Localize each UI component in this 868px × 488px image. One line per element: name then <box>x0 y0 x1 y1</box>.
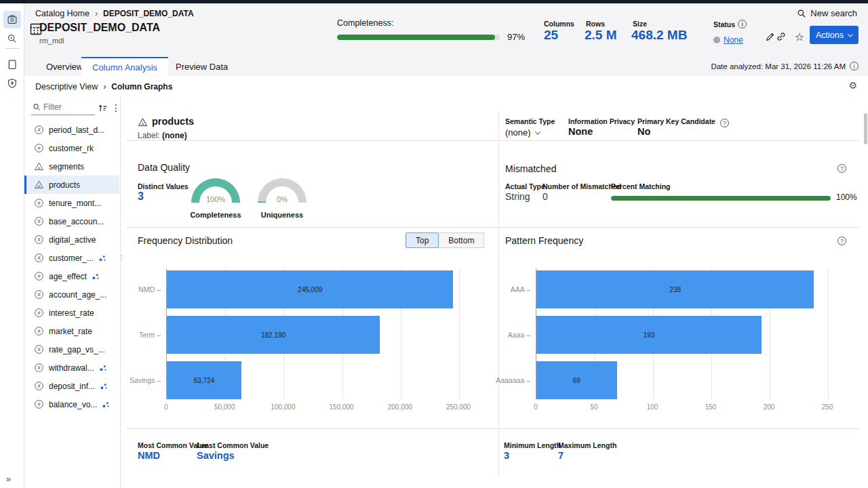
date-analyzed: Date analyzed: Mar 31, 2026 11:26 AMi <box>711 62 859 70</box>
x-axis-tick-label: 100,000 <box>271 403 295 411</box>
column-list-item-label: deposit_inf... <box>49 382 95 391</box>
semantic-type-label: Semantic Type <box>505 117 555 125</box>
breadcrumb-separator: › <box>95 9 98 18</box>
expand-rail-button[interactable]: » <box>6 474 11 484</box>
sort-icon[interactable] <box>96 102 108 114</box>
pattern-frequency-info-icon[interactable]: ? <box>837 237 846 245</box>
svg-text:#: # <box>37 218 41 224</box>
insight-sparkle-icon <box>99 364 107 372</box>
bar-NMD[interactable]: 245,009 <box>167 270 453 308</box>
tab-preview-data[interactable]: Preview Data <box>165 57 239 76</box>
x-axis-tick-label: 250,000 <box>446 403 471 411</box>
category-label: Savings – <box>130 376 161 384</box>
status-value-link[interactable]: None <box>724 35 743 45</box>
svg-text:#: # <box>37 346 41 352</box>
x-axis-tick-label: 0 <box>164 403 168 411</box>
divider <box>126 428 860 429</box>
new-search-button[interactable]: New search <box>797 8 857 18</box>
actions-button[interactable]: Actions <box>810 26 859 44</box>
percent-matching-value: 100% <box>836 192 857 202</box>
discover-search-icon[interactable] <box>3 30 21 47</box>
column-list-item[interactable]: #customer_rk <box>24 139 119 157</box>
link-icon[interactable] <box>775 30 787 43</box>
bar-Aaaaaaa[interactable]: 69 <box>536 361 617 399</box>
column-list-item[interactable]: #base_accoun... <box>24 212 119 230</box>
tab-bar: Overview Column Analysis Preview Data Da… <box>24 57 868 76</box>
date-info-icon[interactable]: i <box>850 62 859 70</box>
bar-row: Term –182,190 <box>167 316 459 354</box>
column-list-item[interactable]: #withdrawal... <box>24 359 119 377</box>
bar-row: NMD –245,009 <box>167 270 459 308</box>
bar-row: Aaaaaaa –69 <box>536 361 828 399</box>
numeric-type-icon: # <box>34 143 44 153</box>
column-list-item[interactable]: #digital_active <box>24 230 119 249</box>
status-dot-icon <box>713 37 720 43</box>
toggle-bottom-button[interactable]: Bottom <box>439 232 484 248</box>
column-list-item-label: period_last_d... <box>49 125 104 135</box>
column-list-item[interactable]: Asegments <box>24 157 119 176</box>
chevron-down-icon <box>848 31 853 37</box>
column-list-item-label: products <box>49 180 80 190</box>
rail-divider <box>5 48 19 49</box>
breadcrumb-catalog-home[interactable]: Catalog Home <box>35 9 90 18</box>
column-list-item[interactable]: #age_effect <box>24 267 119 285</box>
notebook-icon[interactable] <box>3 56 21 73</box>
column-meta-info-icon[interactable]: ? <box>720 119 729 127</box>
column-list-item[interactable]: #customer_... <box>24 249 119 267</box>
uniqueness-gauge: 0% <box>258 178 307 203</box>
svg-text:#: # <box>37 365 41 371</box>
view-breadcrumb-separator: › <box>103 82 106 92</box>
filter-input[interactable] <box>43 102 92 112</box>
shield-lock-icon[interactable] <box>3 75 21 92</box>
semantic-type-select[interactable]: (none) <box>505 127 540 138</box>
search-icon <box>797 9 806 18</box>
column-label-row: Label: (none) <box>138 131 187 140</box>
catalog-icon[interactable] <box>3 11 21 28</box>
bar-Savings[interactable]: 63,724 <box>167 361 241 399</box>
pattern-frequency-title: Pattern Frequency <box>505 235 583 246</box>
top-bottom-toggle: Top Bottom <box>406 232 484 248</box>
column-list-item[interactable]: #tenure_mont... <box>24 194 119 212</box>
tab-column-analysis[interactable]: Column Analysis <box>81 57 168 76</box>
column-list-item[interactable]: Aproducts <box>24 176 119 194</box>
column-list-item-label: digital_active <box>49 235 96 245</box>
column-list-item[interactable]: #balance_vo... <box>24 395 119 413</box>
status-info-icon[interactable]: i <box>738 20 747 28</box>
view-breadcrumb-parent[interactable]: Descriptive View <box>35 82 98 92</box>
bar-row: Aaaa –193 <box>536 316 828 354</box>
x-axis-tick-label: 200 <box>764 403 775 411</box>
column-list-item[interactable]: #rate_gap_vs_... <box>24 340 119 359</box>
bar-Aaaa[interactable]: 193 <box>536 316 762 354</box>
toggle-top-button[interactable]: Top <box>406 232 439 248</box>
completeness-progress-bar <box>337 35 500 40</box>
svg-text:#: # <box>37 237 41 243</box>
primary-key-value: No <box>637 126 650 137</box>
column-list-item[interactable]: #interest_rate <box>24 304 119 322</box>
x-axis-tick-label: 150,000 <box>330 403 354 411</box>
bar-AAA[interactable]: 238 <box>536 270 814 308</box>
x-axis-tick-label: 50 <box>590 403 597 411</box>
column-list-item[interactable]: #period_last_d... <box>24 121 119 139</box>
data-quality-title: Data Quality <box>138 162 190 173</box>
x-axis-tick-label: 100 <box>647 403 658 411</box>
column-list-item[interactable]: #account_age_... <box>24 285 119 304</box>
mismatched-info-icon[interactable]: ? <box>837 164 846 173</box>
svg-text:#: # <box>37 127 41 133</box>
frequency-distribution-chart: NMD –245,009Term –182,190Savings –63,724… <box>138 268 480 415</box>
edit-pencil-icon[interactable] <box>764 30 776 43</box>
completeness-gauge: 100% <box>191 178 240 203</box>
column-list-item[interactable]: #market_rate <box>24 322 119 340</box>
column-detail-panel: A products Label: (none) Semantic Type (… <box>121 96 868 488</box>
primary-key-label: Primary Key Candidate <box>637 117 715 125</box>
settings-gear-icon[interactable]: ⚙ <box>848 80 857 91</box>
divider <box>126 227 860 228</box>
bar-Term[interactable]: 182,190 <box>167 316 380 354</box>
category-label: Aaaaaaa – <box>496 376 530 384</box>
numeric-type-icon: # <box>34 125 44 135</box>
favorite-star-icon[interactable]: ☆ <box>793 30 806 43</box>
columns-stat-value: 25 <box>544 28 558 43</box>
information-privacy-label: Information Privacy <box>568 117 635 125</box>
category-label: Aaaa – <box>508 331 530 339</box>
column-list-panel: ⋮ #period_last_d...#customer_rkAsegments… <box>24 96 121 488</box>
column-list-item[interactable]: #deposit_inf... <box>24 377 119 395</box>
